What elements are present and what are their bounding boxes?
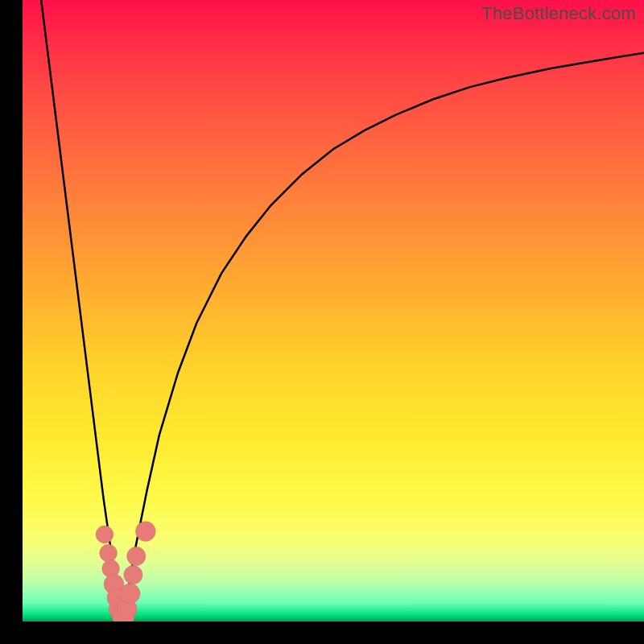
data-marker	[127, 547, 146, 565]
curve-right-branch	[122, 53, 644, 621]
attribution-watermark: TheBottleneck.com	[481, 3, 636, 24]
data-markers	[96, 522, 155, 621]
data-marker	[124, 566, 142, 584]
chart-frame: TheBottleneck.com	[0, 0, 644, 644]
data-marker	[96, 526, 114, 543]
data-marker	[120, 584, 140, 604]
plot-area: TheBottleneck.com	[23, 0, 644, 621]
curve-layer	[23, 0, 644, 621]
data-marker	[136, 522, 156, 542]
data-marker	[100, 544, 118, 562]
